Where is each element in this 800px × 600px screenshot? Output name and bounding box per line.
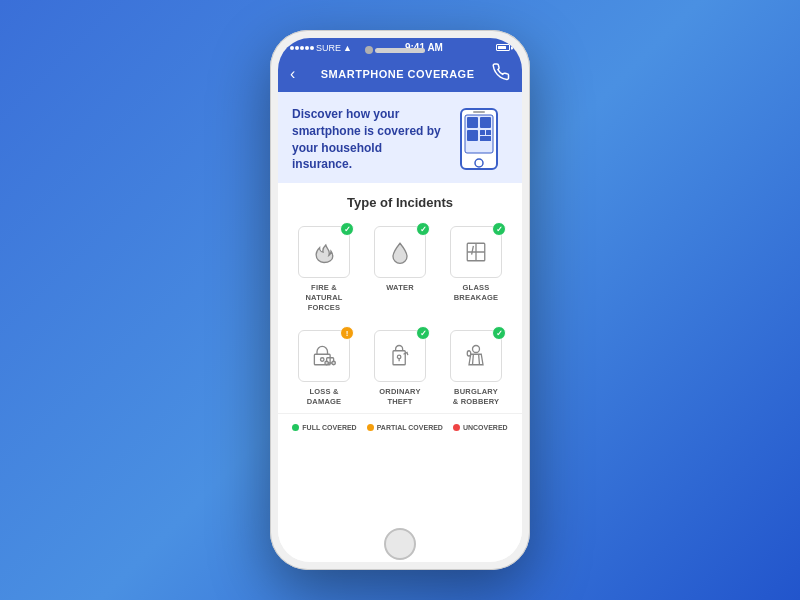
incident-water[interactable]: ✓ WATER [364,218,436,318]
hero-banner: Discover how your smartphone is covered … [278,92,522,183]
battery-fill [498,46,506,49]
svg-rect-5 [480,130,485,135]
status-right [496,44,510,51]
svg-rect-3 [480,117,491,128]
legend-dot-full [292,424,299,431]
svg-point-17 [325,362,329,366]
back-button[interactable]: ‹ [290,65,295,83]
svg-point-18 [332,362,336,366]
svg-rect-19 [393,351,405,365]
incidents-section-title: Type of Incidents [278,183,522,218]
incidents-grid: ✓ FIRE & NATURALFORCES ✓ WATER [278,218,522,413]
incident-burglary[interactable]: ✓ BURGLARY& ROBBERY [440,322,512,413]
phone-device: SURE ▲ 9:41 AM ‹ SMARTPHONE COVERAGE Dis… [270,30,530,570]
glass-coverage-badge: ✓ [492,222,506,236]
incident-glass[interactable]: ✓ GLASS BREAKAGE [440,218,512,318]
wifi-icon: ▲ [343,43,352,53]
legend-uncovered-label: UNCOVERED [463,424,508,431]
svg-line-13 [472,246,474,255]
incident-fire-icon-wrap: ✓ [298,226,350,278]
hero-text: Discover how your smartphone is covered … [292,106,445,173]
fire-coverage-badge: ✓ [340,222,354,236]
glass-label: GLASS BREAKAGE [444,283,508,303]
signal-dot-4 [305,46,309,50]
svg-line-24 [479,355,480,366]
incident-glass-icon-wrap: ✓ [450,226,502,278]
hero-phone-illustration [453,107,508,172]
incident-loss[interactable]: ! LOSS & DAMAGE [288,322,360,413]
phone-camera [365,46,373,54]
svg-rect-9 [473,111,485,113]
legend-uncovered: UNCOVERED [453,424,508,431]
burglary-coverage-badge: ✓ [492,326,506,340]
legend-dot-partial [367,424,374,431]
signal-dot-1 [290,46,294,50]
svg-rect-2 [467,117,478,128]
legend: FULL COVERED PARTIAL COVERED UNCOVERED [278,413,522,437]
incident-fire[interactable]: ✓ FIRE & NATURALFORCES [288,218,360,318]
svg-rect-6 [486,130,491,135]
phone-screen: SURE ▲ 9:41 AM ‹ SMARTPHONE COVERAGE Dis… [278,38,522,562]
nav-bar: ‹ SMARTPHONE COVERAGE [278,55,522,92]
loss-coverage-badge: ! [340,326,354,340]
legend-partial-label: PARTIAL COVERED [377,424,443,431]
water-coverage-badge: ✓ [416,222,430,236]
svg-point-15 [321,358,325,362]
nav-title: SMARTPHONE COVERAGE [303,68,492,80]
svg-rect-4 [467,130,478,141]
legend-full: FULL COVERED [292,424,356,431]
battery-icon [496,44,510,51]
content-area[interactable]: Type of Incidents ✓ FIRE & NATURALFORCES [278,183,522,562]
incident-theft[interactable]: ✓ ORDINARYTHEFT [364,322,436,413]
fire-label: FIRE & NATURALFORCES [292,283,356,312]
incident-burglary-icon-wrap: ✓ [450,330,502,382]
signal-bars [290,46,314,50]
theft-label: ORDINARYTHEFT [379,387,420,407]
phone-icon[interactable] [492,63,510,84]
svg-rect-7 [480,136,491,141]
svg-point-20 [397,356,401,360]
svg-line-23 [473,355,474,366]
status-left: SURE ▲ [290,43,352,53]
incident-loss-icon-wrap: ! [298,330,350,382]
legend-full-label: FULL COVERED [302,424,356,431]
signal-dot-3 [300,46,304,50]
legend-partial: PARTIAL COVERED [367,424,443,431]
signal-dot-2 [295,46,299,50]
svg-point-25 [467,351,471,356]
phone-home-button[interactable] [384,528,416,560]
burglary-label: BURGLARY& ROBBERY [453,387,500,407]
signal-dot-5 [310,46,314,50]
legend-dot-uncovered [453,424,460,431]
incident-water-icon-wrap: ✓ [374,226,426,278]
svg-point-22 [473,346,480,353]
water-label: WATER [386,283,414,293]
theft-coverage-badge: ✓ [416,326,430,340]
phone-speaker [375,48,425,53]
incident-theft-icon-wrap: ✓ [374,330,426,382]
loss-label: LOSS & DAMAGE [292,387,356,407]
carrier-label: SURE [316,43,341,53]
